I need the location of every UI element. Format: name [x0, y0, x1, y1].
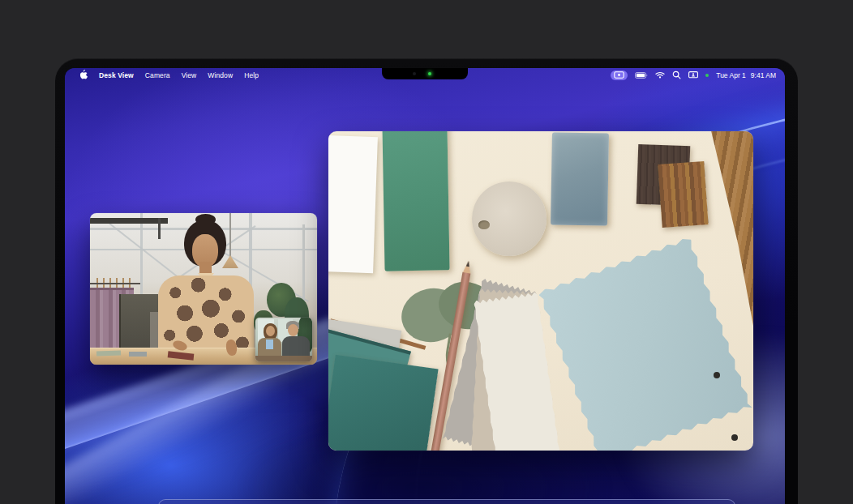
felt-hole — [478, 220, 490, 229]
fabric-snap-button — [731, 434, 738, 441]
fabric-swatch-blue — [538, 237, 752, 451]
color-card — [129, 352, 147, 357]
desk-view-window[interactable] — [328, 131, 753, 451]
apple-logo-icon — [79, 70, 88, 79]
green-tile-sample — [382, 131, 449, 271]
camera-active-indicator — [705, 74, 709, 77]
participant-woman-face — [266, 326, 275, 336]
fabric-snap-button — [714, 372, 720, 378]
display: Desk View Camera View Window Help Tue Ap… — [65, 68, 785, 504]
pencil-lead — [466, 261, 470, 267]
lighting-beam — [90, 218, 168, 224]
camera-notch — [382, 68, 468, 79]
apple-menu[interactable] — [74, 70, 93, 81]
truss-post — [140, 213, 143, 304]
presenter-neck — [199, 262, 212, 275]
facetime-camera-lens — [413, 72, 416, 75]
picture-in-picture-participants[interactable] — [255, 318, 312, 361]
menu-item-app[interactable]: Desk View — [93, 71, 139, 79]
truss-post — [302, 224, 305, 302]
screen-sharing-icon[interactable] — [688, 71, 698, 79]
clothes-rack-bar — [90, 283, 140, 284]
menu-item-window[interactable]: Window — [202, 71, 238, 79]
brown-wood-sample — [658, 161, 708, 228]
felt-circle-sample — [472, 182, 547, 256]
screen-mirroring-icon — [614, 71, 624, 79]
white-paper-sample — [328, 135, 378, 273]
camera-in-use-indicator — [428, 72, 431, 75]
battery-icon[interactable] — [635, 72, 648, 79]
teal-tile-sample-dark — [328, 355, 439, 451]
participant-man-face — [288, 324, 298, 336]
participant-woman-shirt — [266, 340, 273, 349]
screen-mirroring-status[interactable] — [611, 70, 628, 80]
color-card — [96, 350, 121, 356]
lighting-rig — [158, 218, 161, 239]
pendant-lamp-cord — [229, 213, 231, 257]
spotlight-search-icon[interactable] — [672, 70, 681, 79]
menu-item-camera[interactable]: Camera — [139, 71, 176, 79]
blue-gray-tile-sample — [551, 132, 609, 225]
participant-table-edge — [255, 356, 312, 361]
menu-item-view[interactable]: View — [176, 71, 203, 79]
dock-edge[interactable] — [158, 499, 735, 504]
menu-item-help[interactable]: Help — [238, 71, 264, 79]
menu-bar-clock[interactable]: Tue Apr 1 9:41 AM — [716, 71, 776, 79]
screenshot-stage: Desk View Camera View Window Help Tue Ap… — [0, 0, 853, 504]
wifi-icon[interactable] — [655, 71, 665, 79]
facetime-call-window[interactable] — [90, 213, 317, 365]
date-label: Tue Apr 1 — [716, 71, 746, 79]
time-label: 9:41 AM — [751, 71, 776, 79]
